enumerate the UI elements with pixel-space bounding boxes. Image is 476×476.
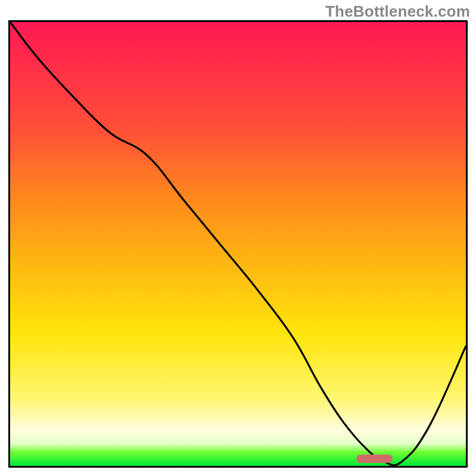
plot-area [8,20,468,468]
watermark-text: TheBottleneck.com [325,2,470,21]
bottleneck-curve [10,22,466,466]
figure-container: TheBottleneck.com [0,0,476,476]
optimal-range-marker [356,455,393,462]
